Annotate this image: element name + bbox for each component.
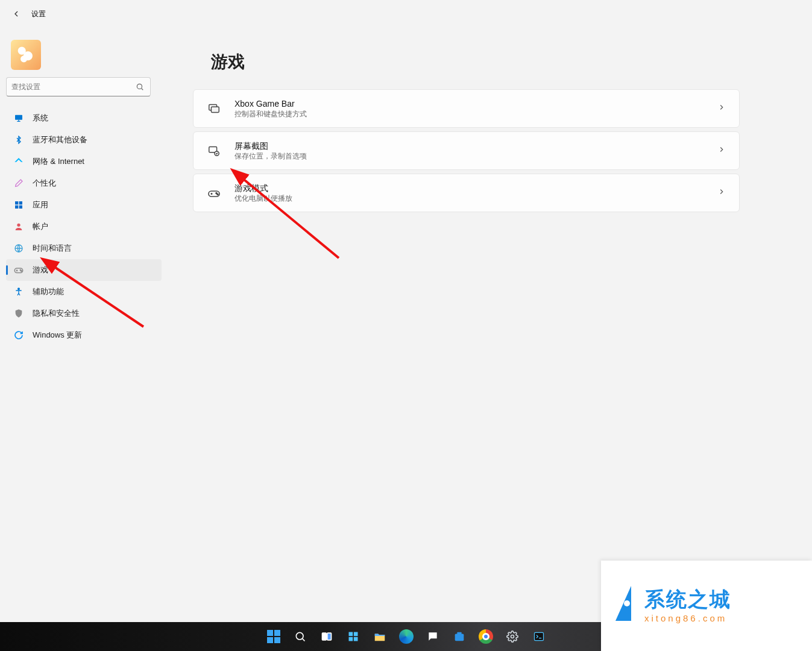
sidebar-item-label: 帐户	[33, 221, 48, 232]
header-title: 设置	[31, 9, 46, 19]
search-icon[interactable]	[134, 81, 145, 92]
svg-point-11	[18, 288, 20, 290]
taskbar-search-icon[interactable]	[288, 624, 313, 649]
svg-rect-29	[457, 632, 461, 635]
sidebar: 系统蓝牙和其他设备网络 & Internet个性化应用帐户时间和语言游戏辅助功能…	[0, 28, 178, 346]
xbox-icon	[207, 101, 221, 116]
svg-rect-23	[327, 633, 331, 640]
svg-rect-26	[348, 637, 353, 641]
svg-rect-3	[19, 201, 22, 204]
taskbar-widgets-icon[interactable]	[341, 624, 366, 649]
watermark-url: xitong86.com	[644, 613, 731, 623]
taskbar-chat-icon[interactable]	[420, 624, 445, 649]
settings-card-xbox[interactable]: Xbox Game Bar控制器和键盘快捷方式	[193, 89, 740, 128]
taskbar-explorer-icon[interactable]	[367, 624, 392, 649]
sidebar-item-label: 个性化	[33, 178, 56, 189]
svg-rect-27	[353, 637, 357, 641]
svg-point-17	[216, 193, 217, 194]
sidebar-item-gamepad[interactable]: 游戏	[6, 259, 162, 281]
taskbar-settings-icon[interactable]	[500, 624, 525, 649]
avatar[interactable]	[11, 40, 41, 70]
svg-rect-2	[15, 201, 18, 204]
svg-rect-13	[211, 107, 219, 112]
svg-point-30	[511, 635, 514, 638]
svg-rect-1	[15, 115, 22, 120]
sidebar-item-update[interactable]: Windows 更新	[6, 324, 162, 346]
sidebar-item-accessibility[interactable]: 辅助功能	[6, 281, 162, 303]
sidebar-item-shield[interactable]: 隐私和安全性	[6, 303, 162, 324]
search-box[interactable]	[6, 77, 151, 96]
globe-icon	[13, 243, 24, 254]
apps-icon	[13, 200, 24, 210]
sidebar-nav: 系统蓝牙和其他设备网络 & Internet个性化应用帐户时间和语言游戏辅助功能…	[6, 107, 178, 346]
main-panel: 游戏 Xbox Game Bar控制器和键盘快捷方式屏幕截图保存位置，录制首选项…	[178, 28, 812, 346]
sidebar-item-user[interactable]: 帐户	[6, 216, 162, 237]
brush-icon	[13, 178, 24, 189]
sidebar-item-label: 应用	[33, 200, 48, 210]
svg-point-10	[21, 271, 22, 272]
shield-icon	[13, 308, 24, 319]
watermark-title: 系统之城	[644, 589, 731, 609]
svg-point-18	[217, 194, 218, 195]
sidebar-item-label: 隐私和安全性	[33, 308, 80, 319]
card-subtitle: 优化电脑以便播放	[234, 194, 717, 203]
svg-point-6	[17, 224, 20, 227]
bluetooth-icon	[13, 134, 24, 145]
sidebar-item-apps[interactable]: 应用	[6, 194, 162, 216]
sidebar-item-label: 辅助功能	[33, 286, 64, 297]
card-title: Xbox Game Bar	[234, 98, 717, 109]
taskbar-edge-icon[interactable]	[394, 624, 419, 649]
page-title: 游戏	[211, 51, 740, 74]
taskbar-chrome-icon[interactable]	[473, 624, 499, 649]
svg-rect-5	[19, 206, 22, 209]
update-icon	[13, 330, 24, 341]
sidebar-item-label: 系统	[33, 113, 48, 124]
taskbar-terminal-icon[interactable]	[526, 624, 552, 649]
sidebar-item-brush[interactable]: 个性化	[6, 172, 162, 194]
settings-card-gamemode[interactable]: 游戏模式优化电脑以便播放	[193, 174, 740, 212]
taskbar-start-icon[interactable]	[261, 624, 286, 649]
watermark-logo-icon	[609, 586, 637, 626]
svg-rect-4	[15, 206, 18, 209]
chevron-right-icon	[717, 103, 726, 114]
gamemode-icon	[207, 186, 221, 200]
svg-rect-31	[534, 632, 543, 640]
back-button[interactable]	[10, 7, 23, 20]
user-icon	[13, 221, 24, 232]
sidebar-item-wifi[interactable]: 网络 & Internet	[6, 151, 162, 172]
accessibility-icon	[13, 286, 24, 297]
chevron-right-icon	[717, 187, 726, 198]
sidebar-item-bluetooth[interactable]: 蓝牙和其他设备	[6, 129, 162, 151]
taskbar-taskview-icon[interactable]	[314, 624, 339, 649]
sidebar-item-label: 时间和语言	[33, 243, 72, 254]
card-title: 屏幕截图	[234, 140, 717, 151]
taskbar-icons	[261, 624, 552, 649]
sidebar-item-label: 游戏	[33, 265, 48, 275]
card-subtitle: 保存位置，录制首选项	[234, 152, 717, 161]
sidebar-item-label: 蓝牙和其他设备	[33, 134, 87, 145]
gamepad-icon	[13, 265, 24, 275]
svg-rect-22	[322, 633, 326, 640]
settings-card-capture[interactable]: 屏幕截图保存位置，录制首选项	[193, 131, 740, 170]
header: 设置	[0, 0, 812, 28]
monitor-icon	[13, 113, 24, 124]
svg-rect-24	[348, 632, 353, 637]
card-title: 游戏模式	[234, 183, 717, 193]
sidebar-item-label: 网络 & Internet	[33, 156, 84, 167]
wifi-icon	[13, 156, 24, 167]
svg-point-21	[296, 632, 303, 640]
svg-rect-25	[353, 632, 357, 637]
taskbar-store-icon[interactable]	[447, 624, 472, 649]
card-subtitle: 控制器和键盘快捷方式	[234, 110, 717, 119]
sidebar-item-globe[interactable]: 时间和语言	[6, 237, 162, 259]
capture-icon	[207, 143, 221, 158]
sidebar-item-label: Windows 更新	[33, 330, 82, 341]
search-input[interactable]	[11, 83, 134, 91]
watermark: 系统之城 xitong86.com	[601, 561, 812, 651]
svg-point-0	[137, 84, 142, 89]
svg-rect-28	[455, 634, 464, 641]
sidebar-item-monitor[interactable]: 系统	[6, 107, 162, 129]
chevron-right-icon	[717, 145, 726, 156]
